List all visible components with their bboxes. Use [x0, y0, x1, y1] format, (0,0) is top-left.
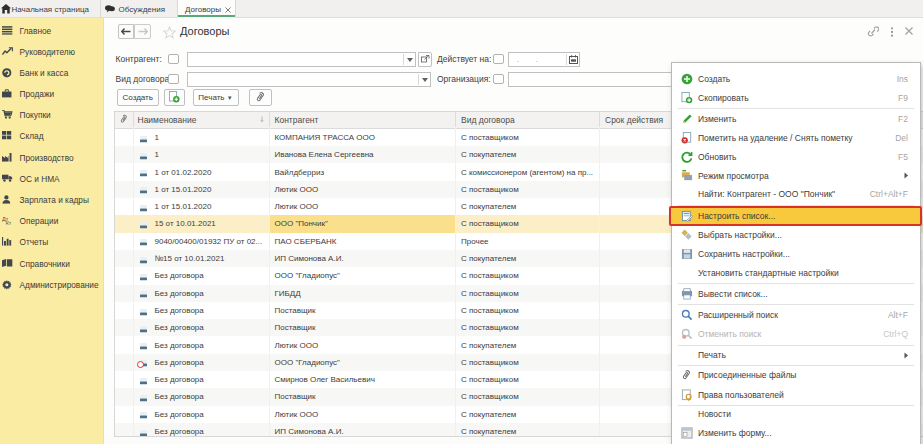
svg-text:Кт: Кт [5, 220, 11, 225]
